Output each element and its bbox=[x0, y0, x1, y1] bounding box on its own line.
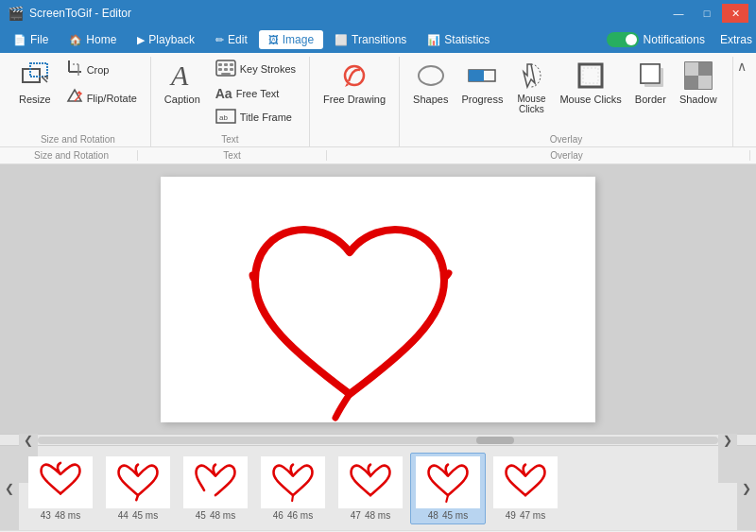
free-text-icon: Aa bbox=[215, 86, 232, 101]
frame-47-img bbox=[338, 456, 403, 508]
filmstrip-scrollbar[interactable]: ❮ ❯ bbox=[0, 434, 756, 445]
frame-43[interactable]: 4348 ms bbox=[23, 454, 98, 523]
frame-47[interactable]: 4748 ms bbox=[333, 454, 408, 523]
frame-46[interactable]: 4646 ms bbox=[255, 454, 331, 523]
label-overlay: Overlay bbox=[384, 150, 750, 161]
frame-49[interactable]: 4947 ms bbox=[488, 454, 563, 523]
title-bar: 🎬 ScreenToGif - Editor — □ ✕ bbox=[0, 0, 756, 26]
home-icon: 🏠 bbox=[69, 34, 82, 46]
free-text-button[interactable]: Aa Free Text bbox=[210, 83, 301, 104]
resize-button[interactable]: Resize bbox=[13, 57, 57, 109]
shapes-icon bbox=[416, 60, 446, 91]
label-size-rotation: Size and Rotation bbox=[6, 150, 138, 161]
maximize-button[interactable]: □ bbox=[694, 4, 720, 23]
scroll-track[interactable] bbox=[38, 437, 718, 444]
group-overlay: Shapes Progress bbox=[400, 57, 733, 146]
edit-icon: ✏ bbox=[215, 34, 224, 46]
resize-icon bbox=[20, 60, 50, 91]
caption-icon: A bbox=[167, 60, 198, 91]
flip-rotate-button[interactable]: Flip/Rotate bbox=[60, 85, 143, 112]
canvas-area bbox=[0, 164, 756, 434]
scroll-thumb[interactable] bbox=[476, 437, 514, 444]
group-drawing: Free Drawing bbox=[310, 57, 400, 146]
frame-45-img bbox=[183, 456, 248, 508]
svg-rect-31 bbox=[685, 76, 698, 89]
close-button[interactable]: ✕ bbox=[722, 4, 748, 23]
minimize-button[interactable]: — bbox=[665, 4, 692, 23]
obfuscate-button[interactable]: Shadow bbox=[674, 57, 723, 109]
progress-icon bbox=[467, 60, 497, 91]
playback-icon: ▶ bbox=[137, 34, 145, 46]
frame-44-label: 4445 ms bbox=[118, 510, 158, 521]
frame-46-label: 4646 ms bbox=[273, 510, 313, 521]
ribbon-labels: Size and Rotation Text Overlay bbox=[0, 147, 756, 164]
free-drawing-button[interactable]: Free Drawing bbox=[318, 57, 391, 109]
frame-43-img bbox=[28, 456, 93, 508]
menu-playback[interactable]: ▶ Playback bbox=[128, 30, 204, 49]
notifications-toggle[interactable]: Notifications bbox=[607, 32, 705, 47]
svg-rect-10 bbox=[218, 63, 222, 66]
frame-45-label: 4548 ms bbox=[196, 510, 235, 521]
svg-rect-15 bbox=[230, 68, 233, 71]
border-button[interactable]: Mouse Clicks bbox=[554, 57, 627, 109]
frame-48-img bbox=[416, 456, 480, 508]
extras-label[interactable]: Extras bbox=[720, 33, 752, 46]
group-overlay-label: Overlay bbox=[407, 132, 725, 146]
crop-icon bbox=[66, 60, 83, 80]
film-frames: 4348 ms 4445 ms bbox=[19, 449, 737, 528]
frame-47-label: 4748 ms bbox=[351, 510, 390, 521]
flip-rotate-icon bbox=[66, 88, 83, 109]
menu-edit[interactable]: ✏ Edit bbox=[206, 30, 257, 49]
caption-button[interactable]: A Caption bbox=[159, 57, 206, 109]
menu-transitions[interactable]: ⬜ Transitions bbox=[325, 30, 416, 49]
app-icon: 🎬 bbox=[8, 6, 24, 21]
frame-46-img bbox=[261, 456, 325, 508]
keystrokes-button[interactable]: Key Strokes bbox=[210, 57, 301, 81]
group-drawing-label bbox=[318, 143, 391, 146]
filmstrip: ❮ 4348 ms 4445 bbox=[0, 445, 756, 530]
file-icon: 📄 bbox=[13, 34, 26, 46]
title-frame-icon: ab bbox=[215, 109, 236, 126]
shadow-button[interactable]: Border bbox=[629, 57, 672, 109]
menu-image[interactable]: 🖼 Image bbox=[259, 30, 323, 49]
crop-button[interactable]: Crop bbox=[60, 57, 143, 83]
toggle-switch[interactable] bbox=[607, 32, 639, 47]
svg-text:ab: ab bbox=[219, 113, 228, 122]
progress-button[interactable]: Progress bbox=[455, 57, 508, 109]
label-text: Text bbox=[138, 150, 327, 161]
app-title: ScreenToGif - Editor bbox=[29, 7, 131, 20]
transitions-icon: ⬜ bbox=[335, 34, 348, 46]
svg-rect-16 bbox=[221, 73, 231, 75]
frame-49-label: 4947 ms bbox=[506, 510, 545, 521]
menu-home[interactable]: 🏠 Home bbox=[60, 30, 126, 49]
frame-48[interactable]: 4845 ms bbox=[410, 453, 486, 524]
keystrokes-icon bbox=[215, 60, 236, 78]
canvas bbox=[161, 177, 595, 422]
title-frame-button[interactable]: ab Title Frame bbox=[210, 106, 301, 129]
ribbon-collapse-button[interactable]: ∧ bbox=[733, 57, 750, 76]
svg-rect-27 bbox=[641, 64, 660, 83]
shapes-button[interactable]: Shapes bbox=[407, 57, 454, 109]
frame-43-label: 4348 ms bbox=[41, 510, 80, 521]
svg-point-20 bbox=[419, 66, 443, 85]
filmstrip-right-button[interactable]: ❯ bbox=[737, 446, 756, 531]
statistics-icon: 📊 bbox=[427, 34, 440, 46]
svg-rect-11 bbox=[224, 63, 228, 66]
menu-statistics[interactable]: 📊 Statistics bbox=[418, 30, 499, 49]
mouse-clicks-button[interactable]: MouseClicks bbox=[510, 57, 552, 118]
ribbon: Resize Crop bbox=[0, 53, 756, 164]
filmstrip-left-button[interactable]: ❮ bbox=[0, 446, 19, 531]
border-icon bbox=[576, 60, 606, 91]
menu-file[interactable]: 📄 File bbox=[4, 30, 58, 49]
group-size-rotation-label: Size and Rotation bbox=[13, 132, 143, 146]
frame-45[interactable]: 4548 ms bbox=[178, 454, 253, 523]
svg-rect-14 bbox=[224, 68, 228, 71]
svg-rect-12 bbox=[230, 63, 233, 66]
svg-rect-32 bbox=[698, 76, 712, 89]
group-size-rotation: Resize Crop bbox=[6, 57, 151, 146]
svg-rect-30 bbox=[698, 62, 712, 76]
frame-44[interactable]: 4445 ms bbox=[100, 454, 176, 523]
svg-point-19 bbox=[345, 66, 364, 85]
shadow-icon bbox=[635, 60, 665, 91]
frame-48-label: 4845 ms bbox=[428, 510, 468, 521]
